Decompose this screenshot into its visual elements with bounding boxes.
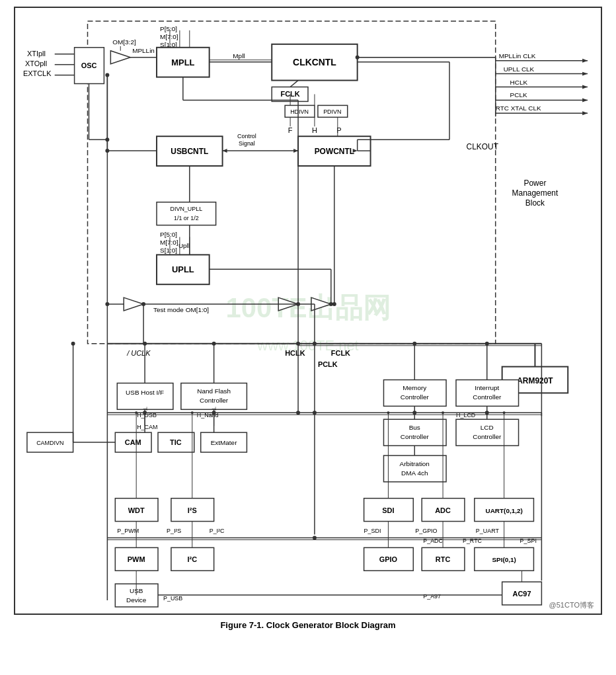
svg-text:LCD: LCD xyxy=(481,424,494,431)
svg-marker-44 xyxy=(582,111,588,115)
svg-text:WDT: WDT xyxy=(128,506,145,514)
svg-text:P_PWM: P_PWM xyxy=(117,528,139,534)
svg-text:HDIVN: HDIVN xyxy=(290,108,309,115)
svg-text:RTC XTAL CLK: RTC XTAL CLK xyxy=(496,104,541,112)
svg-line-234 xyxy=(290,81,298,87)
svg-text:ADC: ADC xyxy=(435,506,451,514)
svg-text:Controller: Controller xyxy=(473,393,502,401)
svg-text:GPIO: GPIO xyxy=(379,555,398,563)
svg-text:PWM: PWM xyxy=(128,555,145,563)
svg-point-249 xyxy=(105,149,109,153)
svg-point-197 xyxy=(412,342,416,346)
svg-text:100TE出品网: 100TE出品网 xyxy=(225,292,390,323)
svg-text:I²S: I²S xyxy=(188,506,197,514)
svg-point-198 xyxy=(485,342,489,346)
svg-text:P_GPIO: P_GPIO xyxy=(415,528,437,534)
svg-marker-41 xyxy=(582,98,588,102)
svg-text:CLKOUT: CLKOUT xyxy=(467,142,499,151)
svg-text:M[7:0]: M[7:0] xyxy=(160,33,178,40)
svg-text:P_SDI: P_SDI xyxy=(364,528,381,534)
svg-text:Nand Flash: Nand Flash xyxy=(197,387,231,395)
svg-text:XTOpll: XTOpll xyxy=(25,60,47,67)
svg-text:CAMDIVN: CAMDIVN xyxy=(36,440,63,446)
copyright-text: @51CTO博客 xyxy=(549,600,594,610)
page-container: 100TE出品网 www.100TE.net Power Management … xyxy=(0,0,616,675)
svg-point-223 xyxy=(442,411,444,414)
svg-text:P_I²C: P_I²C xyxy=(210,528,225,534)
svg-text:1/1 or 1/2: 1/1 or 1/2 xyxy=(174,215,199,221)
svg-text:SDI: SDI xyxy=(382,506,394,514)
svg-text:P_UART: P_UART xyxy=(476,528,500,534)
svg-text:PDIVN: PDIVN xyxy=(323,108,341,115)
svg-marker-63 xyxy=(223,149,227,153)
figure-label: Figure 7-1. Clock Generator Block Diagra… xyxy=(220,620,395,630)
svg-marker-64 xyxy=(293,149,298,153)
svg-text:Device: Device xyxy=(126,596,147,604)
block-diagram-svg: 100TE出品网 www.100TE.net Power Management … xyxy=(15,8,601,614)
svg-marker-32 xyxy=(582,59,588,63)
svg-text:MPLLin CLK: MPLLin CLK xyxy=(499,52,536,60)
svg-point-194 xyxy=(485,411,489,415)
svg-text:Test mode OM[1:0]: Test mode OM[1:0] xyxy=(153,306,209,313)
svg-text:USB Host I/F: USB Host I/F xyxy=(126,389,164,396)
svg-text:USBCNTL: USBCNTL xyxy=(171,147,208,156)
svg-text:Upll: Upll xyxy=(178,242,190,249)
svg-text:HCLK: HCLK xyxy=(285,349,305,357)
svg-text:OM[3:2]: OM[3:2] xyxy=(112,38,136,46)
svg-text:Controller: Controller xyxy=(401,433,430,440)
svg-text:FCLK: FCLK xyxy=(331,349,350,357)
svg-text:Controller: Controller xyxy=(200,397,229,404)
svg-text:CAM: CAM xyxy=(125,438,141,446)
svg-point-186 xyxy=(71,342,75,346)
svg-text:P[5:0]: P[5:0] xyxy=(160,231,177,239)
svg-point-201 xyxy=(313,411,317,415)
svg-text:RTC: RTC xyxy=(436,555,451,563)
svg-point-196 xyxy=(212,342,216,346)
svg-text:Controller: Controller xyxy=(401,393,430,401)
svg-text:P_RTC: P_RTC xyxy=(463,537,482,544)
svg-point-256 xyxy=(332,302,336,306)
diagram-area: 100TE出品网 www.100TE.net Power Management … xyxy=(14,7,602,615)
svg-text:SPI(0,1): SPI(0,1) xyxy=(492,556,516,563)
svg-point-191 xyxy=(143,411,147,415)
svg-text:Signal: Signal xyxy=(239,140,255,147)
svg-marker-15 xyxy=(110,51,130,64)
svg-point-217 xyxy=(135,411,137,414)
svg-text:PCLK: PCLK xyxy=(318,360,338,368)
svg-text:Power: Power xyxy=(524,179,547,188)
svg-text:P_USB: P_USB xyxy=(163,595,182,602)
svg-text:F: F xyxy=(288,126,293,134)
svg-text:ARM920T: ARM920T xyxy=(517,376,553,385)
svg-text:Memory: Memory xyxy=(403,384,426,391)
svg-text:H: H xyxy=(312,126,317,134)
svg-text:P: P xyxy=(336,126,341,134)
svg-text:POWCNTL: POWCNTL xyxy=(315,147,354,156)
svg-text:UPLL: UPLL xyxy=(172,264,194,274)
svg-text:DIVN_UPLL: DIVN_UPLL xyxy=(170,206,202,212)
svg-text:UPLL CLK: UPLL CLK xyxy=(504,65,535,73)
svg-text:Arbitration: Arbitration xyxy=(400,460,430,467)
svg-text:AC97: AC97 xyxy=(513,590,531,598)
svg-point-219 xyxy=(191,411,194,414)
svg-text:TIC: TIC xyxy=(170,438,182,446)
svg-point-204 xyxy=(296,342,300,346)
svg-marker-35 xyxy=(582,72,588,76)
svg-marker-38 xyxy=(582,85,588,89)
svg-text:DMA 4ch: DMA 4ch xyxy=(401,469,428,477)
figure-caption: Figure 7-1. Clock Generator Block Diagra… xyxy=(7,620,609,630)
svg-point-195 xyxy=(143,342,147,346)
svg-marker-74 xyxy=(124,298,143,311)
svg-text:P_A97: P_A97 xyxy=(423,593,441,600)
svg-text:Block: Block xyxy=(525,198,545,208)
svg-text:UART(0,1,2): UART(0,1,2) xyxy=(485,507,522,514)
svg-text:P[5:0]: P[5:0] xyxy=(160,25,177,32)
svg-text:ExtMater: ExtMater xyxy=(211,439,237,446)
svg-text:MPLL: MPLL xyxy=(171,58,194,67)
svg-text:P_SPI: P_SPI xyxy=(520,537,537,544)
svg-text:M[7:0]: M[7:0] xyxy=(160,239,178,246)
svg-text:H_CAM: H_CAM xyxy=(137,424,157,430)
svg-text:Interrupt: Interrupt xyxy=(475,384,499,391)
svg-text:Control: Control xyxy=(237,133,256,139)
svg-text:PCLK: PCLK xyxy=(510,91,527,99)
svg-text:S[1:0]: S[1:0] xyxy=(160,247,177,254)
